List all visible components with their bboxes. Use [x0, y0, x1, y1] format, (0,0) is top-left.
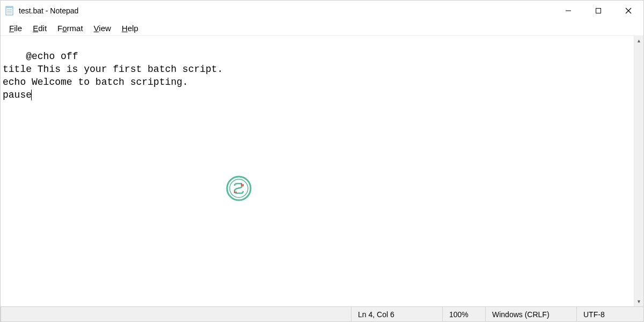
notepad-icon	[5, 6, 14, 16]
svg-rect-1	[6, 6, 13, 8]
status-position: Ln 4, Col 6	[351, 307, 442, 321]
status-encoding: UTF-8	[576, 307, 643, 321]
scroll-down-arrow[interactable]: ▼	[634, 297, 643, 306]
menu-file-rest: ile	[14, 24, 22, 33]
window-title: test.bat - Notepad	[19, 6, 553, 15]
minimize-button[interactable]	[553, 1, 583, 21]
text-editor[interactable]: @echo off title This is your first batch…	[1, 36, 634, 306]
scroll-up-arrow[interactable]: ▲	[634, 36, 643, 46]
maximize-button[interactable]	[583, 1, 613, 21]
status-spacer	[1, 307, 351, 321]
editor-container: @echo off title This is your first batch…	[1, 36, 643, 306]
menu-help-rest: elp	[128, 24, 138, 33]
menu-view-rest: iew	[99, 24, 111, 33]
menu-format-rest: rmat	[67, 24, 83, 33]
titlebar: test.bat - Notepad	[1, 1, 643, 21]
menubar: File Edit Format View Help	[1, 21, 643, 36]
menu-help[interactable]: Help	[116, 21, 144, 35]
editor-content: @echo off title This is your first batch…	[3, 51, 223, 100]
text-caret	[31, 90, 32, 100]
menu-edit-rest: dit	[38, 24, 47, 33]
status-line-ending: Windows (CRLF)	[485, 307, 576, 321]
menu-file[interactable]: File	[4, 21, 27, 35]
menu-format[interactable]: Format	[52, 21, 89, 35]
menu-view[interactable]: View	[89, 21, 116, 35]
window-controls	[553, 1, 643, 21]
svg-rect-6	[596, 9, 601, 13]
scroll-track[interactable]	[634, 46, 643, 297]
statusbar: Ln 4, Col 6 100% Windows (CRLF) UTF-8	[1, 306, 643, 321]
close-button[interactable]	[613, 1, 643, 21]
vertical-scrollbar[interactable]: ▲ ▼	[634, 36, 643, 306]
menu-edit[interactable]: Edit	[27, 21, 52, 35]
status-zoom: 100%	[442, 307, 485, 321]
